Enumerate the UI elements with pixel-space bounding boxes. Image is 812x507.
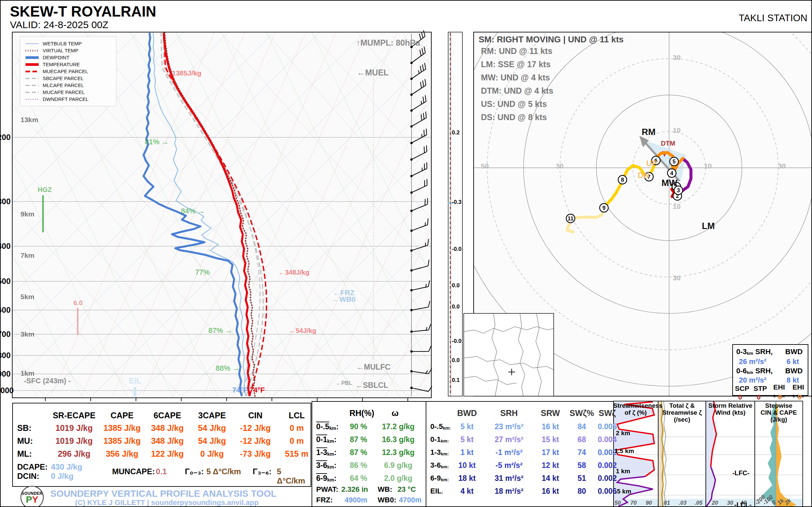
pwat-value: 2.326 in xyxy=(341,485,368,494)
kin-row-label: 6-9km: xyxy=(430,474,449,483)
bwd-0-3-label: BWD xyxy=(785,347,803,356)
rh-value: 64 % xyxy=(343,474,373,483)
legend-item: DWNDRFT PARCEL xyxy=(25,96,112,103)
thermo-value: 1019 J/kg xyxy=(53,436,96,446)
legend-item: MUECAPE PARCEL xyxy=(25,68,112,75)
kin-header: SWζ xyxy=(589,408,625,418)
frz-label: FRZ: xyxy=(316,496,333,504)
thermo-value: 1385 J/kg xyxy=(101,423,143,433)
height-marker-label: 5 xyxy=(673,159,675,165)
mixing-value: 2.0 g/kg xyxy=(373,474,423,483)
lapse-0-3-label: Γ₀₋₃: xyxy=(185,467,204,476)
wb0-label: WB0: xyxy=(378,496,396,504)
kin-value: 23 m²/s² xyxy=(491,422,527,431)
dcape-value: 430 J/kg xyxy=(51,462,82,471)
bwd-0-6-label: BWD xyxy=(785,367,803,375)
legend-label: DWNDRFT PARCEL xyxy=(43,96,89,102)
kin-value: 0.004 xyxy=(589,435,625,444)
kin-row-label: 0-1km: xyxy=(430,435,449,444)
rh-row-label: 0-.5km: xyxy=(316,422,339,431)
mixing-value: 12.3 g/kg xyxy=(373,448,423,457)
kin-value: -1 m²/s² xyxy=(491,448,527,457)
wb0-value: 4700m xyxy=(399,496,422,504)
thermo-value: 54 J/kg xyxy=(190,423,234,433)
frz-value: 4900m xyxy=(345,496,368,504)
kin-value: 5 kt xyxy=(449,435,485,444)
legend-label: SBCAPE PARCEL xyxy=(43,75,84,81)
mixing-value: 16.3 g/kg xyxy=(373,435,423,444)
thermo-header: SR-ECAPE xyxy=(53,411,96,420)
mixing-value: 17.2 g/kg xyxy=(373,422,423,431)
kin-value: 0.002 xyxy=(589,461,625,470)
rh-value: 90 % xyxy=(343,422,373,431)
kin-value: 4 kt xyxy=(449,487,485,496)
bwd-0-3-value: 6 kt xyxy=(787,357,799,366)
kin-value: 17 kt xyxy=(532,448,569,457)
thermo-value: -73 J/kg xyxy=(234,449,277,459)
storm-motion-line: LM: SSE @ 17 kts xyxy=(481,60,553,69)
thermo-row-label: SB: xyxy=(17,423,32,433)
height-marker-label: 3 xyxy=(677,187,680,193)
kin-value: 16 kt xyxy=(532,422,569,431)
kin-header: BWD xyxy=(449,408,485,418)
kin-row-label: 0-.5km: xyxy=(430,422,451,431)
scp-label: SCP xyxy=(735,385,749,393)
kin-value: 12 kt xyxy=(532,461,569,470)
thermo-value: 122 J/kg xyxy=(146,449,189,459)
thermo-value: 1019 J/kg xyxy=(53,423,96,433)
legend-label: MLCAPE PARCEL xyxy=(43,82,84,88)
legend-label: TEMPERATURE xyxy=(43,62,80,67)
thermo-row-label: MU: xyxy=(17,436,33,446)
legend-item: TEMPERATURE xyxy=(25,61,112,68)
legend-item: SBCAPE PARCEL xyxy=(25,75,112,82)
wb-value: 23 °C xyxy=(397,485,416,494)
rh-row-label: 6-9km: xyxy=(316,474,337,483)
kin-value: 16 kt xyxy=(532,487,569,496)
legend-label: WETBULB TEMP xyxy=(43,41,82,46)
rh-header: RH(%) xyxy=(342,408,382,418)
kin-row-label: EIL: xyxy=(430,487,443,495)
dcin-label: DCIN: xyxy=(17,471,39,481)
legend-label: DEWPOINT xyxy=(43,55,69,60)
srh-0-6-value: 20 m²/s² xyxy=(739,376,766,385)
height-marker-label: 7 xyxy=(647,174,650,180)
legend-label: MUECAPE PARCEL xyxy=(43,68,88,74)
kin-value: 15 kt xyxy=(532,435,569,444)
legend-item: DEWPOINT xyxy=(25,54,112,61)
storm-motion-line: RM: UND @ 11 kts xyxy=(481,46,553,56)
thermo-value: 0 J/kg xyxy=(190,449,234,459)
valid-time: VALID: 24-8-2025 00Z xyxy=(10,19,109,31)
thermo-value: -12 J/kg xyxy=(234,423,277,433)
thermo-value: -12 J/kg xyxy=(234,436,277,446)
ehi-0-1-value: 0 xyxy=(778,393,782,401)
muncape-label: MUNCAPE: xyxy=(112,467,155,476)
thermo-header: CAPE xyxy=(101,411,143,420)
storm-motion-list: RM: UND @ 11 ktsLM: SSE @ 17 ktsMW: UND … xyxy=(481,46,553,126)
kin-value: 10 kt xyxy=(449,461,485,470)
logo-text-py: PY xyxy=(21,494,43,505)
thermo-header: CIN xyxy=(234,411,277,420)
station-name: TAKLI STATION xyxy=(739,13,807,23)
thermo-row-label: ML: xyxy=(17,449,32,459)
skewt-legend: WETBULB TEMPVIRTUAL TEMPDEWPOINTTEMPERAT… xyxy=(20,37,116,106)
storm-motion-line: US: UND @ 5 kts xyxy=(481,99,553,109)
kin-row-label: 1-3km: xyxy=(430,448,449,457)
lapse-3-6-value: 5 Δ°C/km xyxy=(277,467,311,486)
pwat-label: PWAT: xyxy=(316,485,338,494)
credit-line-1: SOUNDERPY VERTICAL PROFILE ANALYSIS TOOL xyxy=(50,489,276,499)
storm-motion-line: DTM: UND @ 4 kts xyxy=(481,86,553,96)
skewt-analysis-page: 12345678911 SKEW-T ROYALRAIN VALID: 24-8… xyxy=(0,0,812,507)
rh-row-label: 1-3km: xyxy=(316,448,337,457)
rh-value: 87 % xyxy=(343,448,373,457)
muncape-value: 0.1 xyxy=(156,467,167,476)
kin-value: 0.005 xyxy=(589,422,625,431)
kin-value: 5 kt xyxy=(449,422,485,431)
rh-value: 87 % xyxy=(343,435,373,444)
stp-label: STP xyxy=(753,385,767,393)
kin-value: 14 kt xyxy=(532,474,569,483)
mixing-value: 6.9 g/kg xyxy=(373,461,423,470)
stp-value: 0 xyxy=(757,393,761,401)
height-marker-label: 6 xyxy=(654,158,657,164)
rh-value: 86 % xyxy=(343,461,373,470)
kin-row-label: 3-6km: xyxy=(430,461,449,469)
